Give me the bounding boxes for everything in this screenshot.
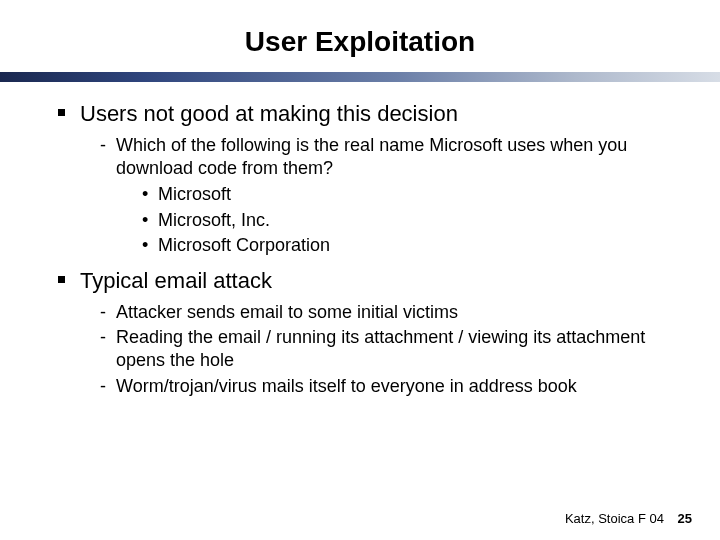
- bullet-text: Users not good at making this decision: [80, 101, 458, 126]
- list-item: Worm/trojan/virus mails itself to everyo…: [100, 375, 672, 398]
- list-item: Attacker sends email to some initial vic…: [100, 301, 672, 324]
- bullet-list: Users not good at making this decision W…: [58, 100, 672, 398]
- bullet-text: Microsoft Corporation: [158, 235, 330, 255]
- footer: Katz, Stoica F 04 25: [565, 511, 692, 526]
- list-item: Microsoft Corporation: [142, 233, 672, 257]
- list-item: Reading the email / running its attachme…: [100, 326, 672, 373]
- footer-credit: Katz, Stoica F 04: [565, 511, 664, 526]
- sub-list: Attacker sends email to some initial vic…: [80, 301, 672, 399]
- list-item: Users not good at making this decision W…: [58, 100, 672, 257]
- bullet-text: Reading the email / running its attachme…: [116, 327, 645, 370]
- list-item: Which of the following is the real name …: [100, 134, 672, 258]
- list-item: Typical email attack Attacker sends emai…: [58, 267, 672, 398]
- list-item: Microsoft: [142, 182, 672, 206]
- bullet-text: Typical email attack: [80, 268, 272, 293]
- slide: User Exploitation Users not good at maki…: [0, 0, 720, 540]
- slide-title: User Exploitation: [245, 26, 475, 58]
- content-area: Users not good at making this decision W…: [0, 82, 720, 398]
- bullet-text: Microsoft: [158, 184, 231, 204]
- bullet-text: Worm/trojan/virus mails itself to everyo…: [116, 376, 577, 396]
- sub-sub-list: Microsoft Microsoft, Inc. Microsoft Corp…: [116, 182, 672, 257]
- title-wrap: User Exploitation: [0, 0, 720, 58]
- bullet-text: Which of the following is the real name …: [116, 135, 627, 178]
- page-number: 25: [678, 511, 692, 526]
- list-item: Microsoft, Inc.: [142, 208, 672, 232]
- bullet-text: Microsoft, Inc.: [158, 210, 270, 230]
- sub-list: Which of the following is the real name …: [80, 134, 672, 258]
- divider-bar: [0, 72, 720, 82]
- bullet-text: Attacker sends email to some initial vic…: [116, 302, 458, 322]
